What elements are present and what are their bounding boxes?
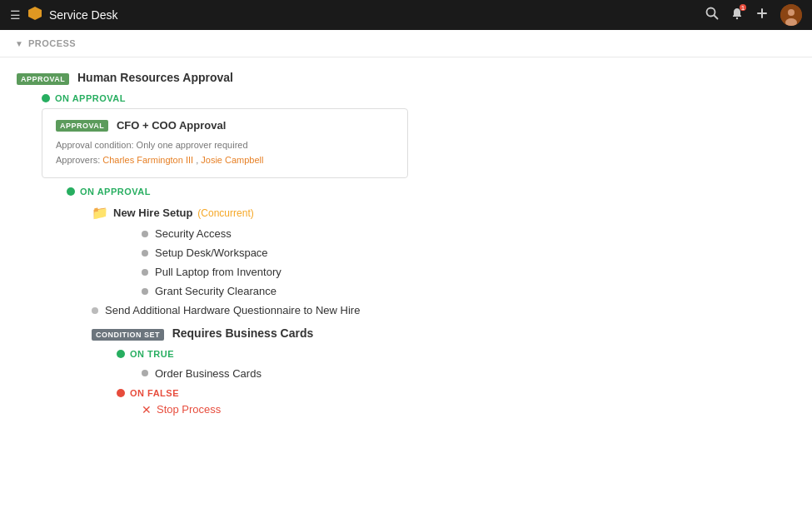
condition-set-block: CONDITION SET Requires Business Cards xyxy=(92,326,795,341)
menu-icon[interactable]: ☰ xyxy=(10,8,21,22)
approval-badge-main: APPROVAL xyxy=(17,73,69,85)
folder-label: New Hire Setup xyxy=(113,207,192,219)
on-approval-dot-1 xyxy=(42,94,50,102)
on-true-dot xyxy=(117,350,125,358)
collapse-icon[interactable]: ▼ xyxy=(15,39,23,48)
task-label-4: Grant Security Clearance xyxy=(155,285,276,297)
main-approval-block: APPROVAL Human Resources Approval ON APP… xyxy=(17,71,795,416)
cfo-coo-card-body: Approval condition: Only one approver re… xyxy=(56,138,394,167)
stop-process: ✕ Stop Process xyxy=(142,403,795,416)
concurrent-label: (Concurrent) xyxy=(197,207,253,219)
app-header: ☰ Service Desk 1 xyxy=(0,0,812,30)
header-right: 1 xyxy=(705,4,802,26)
on-true: ON TRUE xyxy=(117,349,795,359)
svg-point-3 xyxy=(736,17,738,19)
send-task-label: Send Additional Hardware Questionnaire t… xyxy=(105,304,360,316)
user-avatar[interactable] xyxy=(780,4,802,26)
task-dot xyxy=(142,231,148,237)
send-task: Send Additional Hardware Questionnaire t… xyxy=(92,301,795,320)
on-false-dot xyxy=(117,389,125,397)
folder-icon: 📁 xyxy=(92,205,108,221)
new-hire-setup-section: 📁 New Hire Setup (Concurrent) Security A… xyxy=(67,202,795,416)
order-cards-task: Order Business Cards xyxy=(142,364,795,383)
task-label-3: Pull Laptop from Inventory xyxy=(155,266,281,278)
notification-badge: 1 xyxy=(740,4,746,11)
app-title: Service Desk xyxy=(49,8,117,22)
cfo-coo-card-title: APPROVAL CFO + COO Approval xyxy=(56,119,394,132)
on-true-text: ON TRUE xyxy=(130,349,174,359)
on-true-tasks: Order Business Cards xyxy=(117,364,795,383)
folder-group: 📁 New Hire Setup (Concurrent) xyxy=(92,202,795,224)
task-dot xyxy=(142,250,148,256)
process-content: APPROVAL Human Resources Approval ON APP… xyxy=(0,57,812,506)
stop-process-label: Stop Process xyxy=(157,403,221,416)
notifications-icon[interactable]: 1 xyxy=(730,7,744,23)
condition-branches: ON TRUE Order Business Cards ON FALSE xyxy=(92,349,795,416)
on-approval-text-1: ON APPROVAL xyxy=(55,93,126,103)
on-approval-2: ON APPROVAL xyxy=(67,187,795,197)
task-label-1: Security Access xyxy=(155,227,232,240)
svg-line-2 xyxy=(715,16,718,19)
on-approval-dot-2 xyxy=(67,187,75,196)
task-dot xyxy=(142,269,148,276)
condition-title: Requires Business Cards xyxy=(172,326,314,340)
approver-1-link[interactable]: Charles Farmington III xyxy=(102,155,193,165)
approvers-line: Approvers: Charles Farmington III , Josi… xyxy=(56,153,394,168)
task-item: Setup Desk/Workspace xyxy=(142,243,795,262)
header-left: ☰ Service Desk xyxy=(10,6,117,24)
stop-x-icon: ✕ xyxy=(142,403,152,416)
on-false-text: ON FALSE xyxy=(130,388,179,398)
on-approval-1: ON APPROVAL xyxy=(42,93,795,103)
task-label-2: Setup Desk/Workspace xyxy=(155,247,268,259)
main-approval-title: Human Resources Approval xyxy=(77,71,233,84)
process-label: PROCESS xyxy=(28,38,76,48)
approver-2-link[interactable]: Josie Campbell xyxy=(201,155,263,165)
cfo-coo-badge: APPROVAL xyxy=(56,120,108,132)
task-item: Pull Laptop from Inventory xyxy=(142,262,795,281)
sub-header: ▼ PROCESS xyxy=(0,30,812,57)
brand-icon xyxy=(27,6,42,24)
order-cards-label: Order Business Cards xyxy=(155,367,262,380)
add-icon[interactable] xyxy=(755,7,769,23)
task-item: Grant Security Clearance xyxy=(142,281,795,301)
send-task-dot xyxy=(92,307,98,314)
task-dot xyxy=(142,288,148,295)
approval-level1: ON APPROVAL APPROVAL CFO + COO Approval … xyxy=(17,93,795,416)
task-list: Security Access Setup Desk/Workspace Pul… xyxy=(92,224,795,301)
on-approval-text-2: ON APPROVAL xyxy=(80,187,151,197)
on-false-tasks: ✕ Stop Process xyxy=(117,403,795,416)
condition-badge: CONDITION SET xyxy=(92,329,164,341)
approval-level2: ON APPROVAL 📁 New Hire Setup (Concurrent… xyxy=(42,187,795,416)
on-false: ON FALSE xyxy=(117,388,795,398)
svg-marker-0 xyxy=(28,7,42,20)
order-cards-dot xyxy=(142,370,148,376)
task-item: Security Access xyxy=(142,224,795,243)
cfo-coo-card: APPROVAL CFO + COO Approval Approval con… xyxy=(42,108,408,179)
svg-point-7 xyxy=(788,9,795,16)
search-icon[interactable] xyxy=(705,7,719,23)
